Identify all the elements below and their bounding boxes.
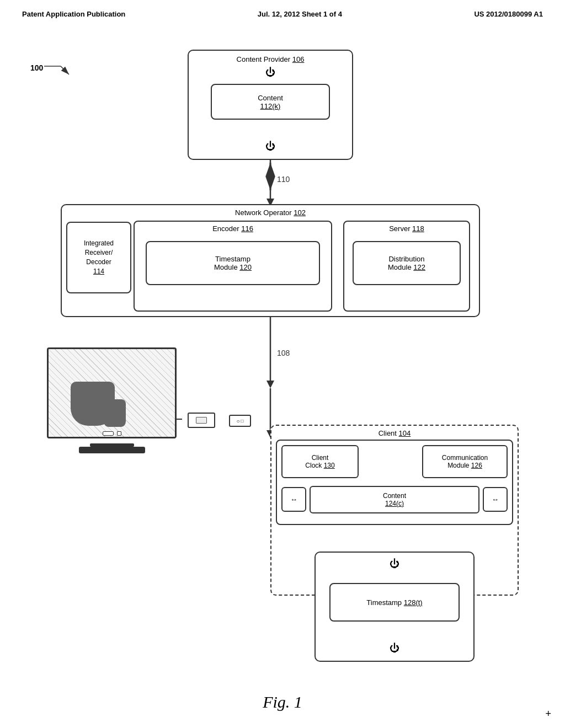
svg-marker-13 xyxy=(266,381,274,388)
page-header: Patent Application Publication Jul. 12, … xyxy=(0,0,565,24)
header-left: Patent Application Publication xyxy=(22,10,125,18)
client-clock-box: Client Clock 130 xyxy=(281,445,359,478)
client-title: Client 104 xyxy=(271,426,518,440)
encoder-title: Encoder 116 xyxy=(135,222,331,235)
content-provider-box: Content Provider 106 ⏻ Content 112(k) ⏻ xyxy=(188,50,353,160)
header-right: US 2012/0180099 A1 xyxy=(474,10,543,18)
svg-text:108: 108 xyxy=(277,349,290,357)
timestamp-128t-box: Timestamp 128(t) xyxy=(329,583,460,622)
usb-icon-top-timestamp: ⏻ xyxy=(316,553,473,572)
server-box: Server 118 Distribution Module 122 xyxy=(343,221,470,312)
tv-display xyxy=(47,347,177,438)
content-provider-title: Content Provider 106 xyxy=(189,51,352,66)
encoder-box: Encoder 116 Timestamp Module 120 xyxy=(134,221,332,312)
distribution-module-box: Distribution Module 122 xyxy=(353,241,461,285)
communication-module-box: Communication Module 126 xyxy=(422,445,508,478)
content-112k-box: Content 112(k) xyxy=(211,84,330,120)
svg-line-27 xyxy=(61,66,69,74)
content-row: ↔ Content 124(c) ↔ xyxy=(281,481,508,517)
connector-icon-box: ○□ xyxy=(229,415,251,427)
network-operator-box: Network Operator 102 Encoder 116 Timesta… xyxy=(61,204,480,317)
usb-icon-top: ⏻ xyxy=(189,67,352,78)
small-device-box xyxy=(188,413,215,428)
integrated-receiver-box: Integrated Receiver/ Decoder 114 xyxy=(66,222,131,293)
usb-icon-bottom-timestamp: ⏻ xyxy=(316,643,473,654)
header-middle: Jul. 12, 2012 Sheet 1 of 4 xyxy=(258,10,342,18)
usb-icon-bottom: ⏻ xyxy=(189,141,352,152)
network-operator-title: Network Operator 102 xyxy=(62,205,479,219)
server-title: Server 118 xyxy=(344,222,469,235)
fig-label: Fig. 1 xyxy=(263,693,302,711)
timestamp-128t-outer-box: ⏻ Timestamp 128(t) ⏻ xyxy=(315,552,475,662)
timestamp-module-box: Timestamp Module 120 xyxy=(146,241,320,285)
connector-right: ↔ xyxy=(483,487,508,512)
system-number: 100 xyxy=(30,63,43,72)
connector-left: ↔ xyxy=(281,487,306,512)
content-124c-box: Content 124(c) xyxy=(310,486,479,513)
client-inner-box: Client Clock 130 Communication Module 12… xyxy=(276,440,513,525)
plus-sign: + xyxy=(545,708,551,720)
svg-text:110: 110 xyxy=(277,175,290,184)
